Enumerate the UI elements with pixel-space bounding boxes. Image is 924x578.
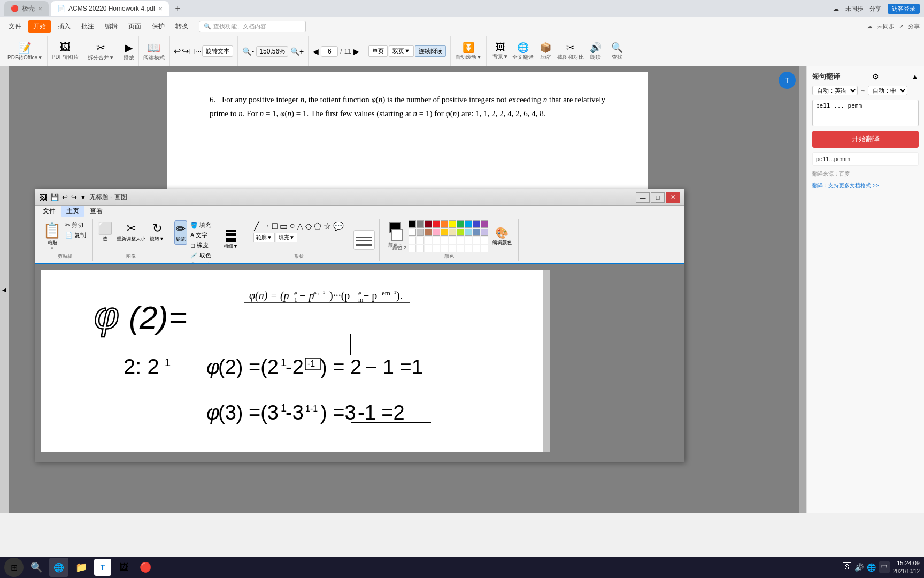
fill-btn[interactable]: 🪣 填充 (189, 220, 212, 230)
swatch-2-3[interactable] (433, 237, 440, 244)
swatch-1-8[interactable] (473, 229, 480, 236)
translate-start-btn[interactable]: 开始翻译 (812, 131, 919, 148)
lang-to-select[interactable]: 自动：中 (868, 86, 907, 95)
crop-btn[interactable]: ✂ 重新调整大小 (116, 220, 147, 244)
swatch-3-5[interactable] (449, 245, 456, 252)
panel-settings-icon[interactable]: ⚙ (872, 72, 879, 81)
shape-triangle[interactable]: △ (296, 220, 304, 232)
toolbar-search[interactable]: 🔍 查找功能、文档内容 (199, 21, 306, 32)
sync-cloud-label[interactable]: 未同步 (877, 22, 895, 31)
shape-rect2[interactable]: ▭ (279, 220, 288, 232)
sync-label[interactable]: 未同步 (845, 5, 863, 13)
shape-diamond[interactable]: ◇ (305, 220, 312, 232)
toolbar-start[interactable]: 开始 (28, 20, 51, 33)
swatch-2-2[interactable] (425, 237, 432, 244)
screenshot-tool[interactable]: ✂ 截图和对比 (557, 42, 584, 61)
double-page-btn[interactable]: 双页▼ (389, 45, 414, 57)
bg-tool[interactable]: 🖼 背景▼ (491, 42, 510, 60)
toolbar-file[interactable]: 文件 (4, 21, 26, 32)
swatch-3-9[interactable] (481, 245, 488, 252)
page-number-input[interactable] (321, 46, 338, 57)
new-tab-button[interactable]: + (171, 2, 184, 15)
swatch-2-1[interactable] (417, 237, 424, 244)
taskbar-start-btn[interactable]: ⊞ (4, 558, 24, 577)
toolbar-page[interactable]: 页面 (124, 21, 145, 32)
left-scroll-arrow[interactable]: ◀ (0, 66, 9, 513)
eyedropper-btn[interactable]: 💉 取色 (189, 251, 212, 260)
lang-from-select[interactable]: 自动：英语 (812, 86, 858, 95)
swatch-2-6[interactable] (457, 237, 464, 244)
swatch-3-7[interactable] (465, 245, 472, 252)
panel-collapse-icon[interactable]: ▲ (911, 72, 919, 81)
swatch-2-5[interactable] (449, 237, 456, 244)
zoom-out-btn[interactable]: 🔍- (242, 47, 254, 56)
taskbar-search-icon[interactable]: 🔍 (28, 559, 45, 576)
eraser-btn[interactable]: ◻ 橡皮 (189, 241, 212, 250)
toolbar-protect[interactable]: 保护 (148, 21, 169, 32)
share-label[interactable]: 分享 (869, 5, 881, 13)
full-translate-tool[interactable]: 🌐 全文翻译 (512, 42, 534, 61)
swatch-0-8[interactable] (473, 220, 480, 228)
paint-minimize-btn[interactable]: — (636, 192, 650, 203)
toolbar-annotate[interactable]: 批注 (77, 21, 98, 32)
toolbar-edit[interactable]: 编辑 (101, 21, 122, 32)
taskbar-app-paint[interactable]: 🖼 (116, 559, 133, 576)
tab-pdf[interactable]: 📄 ACMS 20220 Homework 4.pdf ✕ (51, 1, 169, 16)
paint-canvas[interactable]: φ(n) = (p e 1 − p e₁⁻¹ )···(p e m − p em… (41, 270, 543, 452)
swatch-1-5[interactable] (449, 229, 456, 236)
read-tool[interactable]: 🔊 朗读 (586, 42, 605, 61)
paint-menu-file[interactable]: 文件 (37, 206, 61, 217)
paste-btn[interactable]: 📋 粘贴 ▼ (42, 220, 63, 252)
brush-size-btn[interactable]: 粗细▼ (221, 228, 240, 252)
pencil-btn[interactable]: ✏ 铅笔 (174, 220, 187, 245)
paint-menu-view[interactable]: 查看 (84, 206, 108, 217)
tab-jike-close[interactable]: ✕ (38, 6, 42, 12)
auto-scroll-label[interactable]: 自动滚动▼ (455, 54, 482, 61)
swatch-0-7[interactable] (465, 220, 472, 228)
translate-avatar-btn[interactable]: T (779, 72, 796, 89)
swatch-0-2[interactable] (425, 220, 432, 228)
paint-save-icon[interactable]: 💾 (50, 193, 59, 201)
swatch-1-0[interactable] (409, 229, 416, 236)
prev-page-btn[interactable]: ◀ (313, 47, 319, 56)
rotate-image-btn[interactable]: ↻ 旋转▼ (149, 220, 165, 244)
swatch-1-2[interactable] (425, 229, 432, 236)
shape-pentagon[interactable]: ⬠ (313, 220, 322, 232)
shape-arrow[interactable]: → (261, 220, 271, 232)
rotate-text-btn[interactable]: 旋转文本 (202, 45, 233, 57)
swatch-0-3[interactable] (433, 220, 440, 228)
swatch-3-6[interactable] (457, 245, 464, 252)
paint-undo-icon[interactable]: ↩ (62, 193, 68, 201)
shape-fill-select[interactable]: 填充▼ (276, 233, 297, 242)
text-btn[interactable]: A 文字 (189, 231, 212, 240)
translate-input[interactable]: pe11 ... pemm (812, 100, 919, 126)
canvas-scroll-right[interactable] (543, 270, 550, 452)
paint-close-btn[interactable]: ✕ (666, 192, 680, 203)
taskbar-network-icon[interactable]: 🌐 (867, 563, 876, 572)
swatch-1-6[interactable] (457, 229, 464, 236)
copy-btn[interactable]: 📄 复制 (64, 231, 88, 240)
shape-callout[interactable]: 💬 (333, 220, 344, 232)
paint-redo-icon[interactable]: ↪ (71, 193, 77, 201)
single-page-btn[interactable]: 单页 (368, 45, 388, 57)
right-scroll-indicator[interactable] (799, 66, 806, 513)
play-label[interactable]: 播放 (124, 54, 134, 62)
swatch-0-1[interactable] (417, 220, 424, 228)
swatch-0-5[interactable] (449, 220, 456, 228)
compress-tool[interactable]: 📦 压缩 (536, 42, 555, 61)
tab-pdf-close[interactable]: ✕ (158, 6, 163, 12)
toolbar-insert[interactable]: 插入 (53, 21, 75, 32)
cut-btn[interactable]: ✂ 剪切 (64, 220, 88, 230)
continuous-btn[interactable]: 连续阅读 (415, 45, 446, 57)
swatch-2-9[interactable] (481, 237, 488, 244)
paint-menu-home[interactable]: 主页 (61, 206, 84, 217)
paint-customize-icon[interactable]: ▼ (80, 194, 86, 201)
select-btn[interactable]: ⬜ 选 (97, 220, 113, 244)
toolbar-convert[interactable]: 转换 (171, 21, 192, 32)
taskbar-app-files[interactable]: 📁 (73, 559, 90, 576)
find-tool[interactable]: 🔍 查找 (607, 42, 627, 61)
taskbar-app-todo[interactable]: T (94, 559, 111, 576)
swatch-0-4[interactable] (441, 220, 448, 228)
size-selector[interactable] (353, 230, 375, 250)
swatch-0-0[interactable] (409, 220, 416, 228)
